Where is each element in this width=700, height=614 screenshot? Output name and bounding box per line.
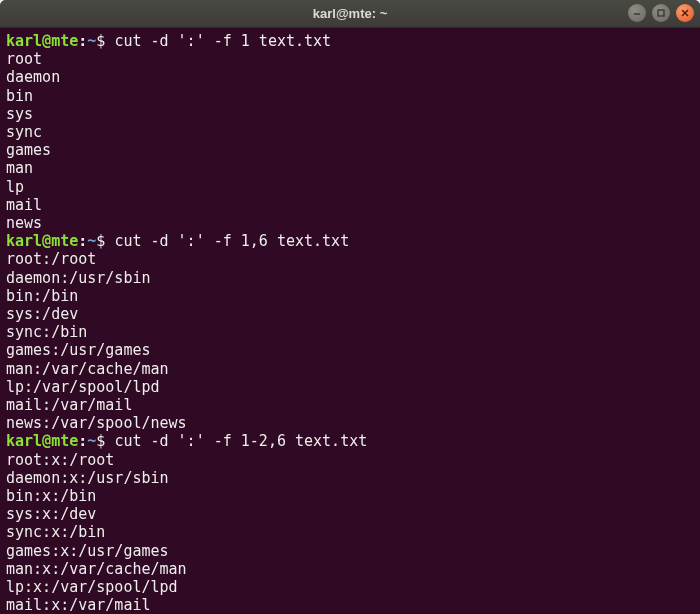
output-line: man:x:/var/cache/man	[6, 560, 694, 578]
prompt-userhost: karl@mte	[6, 232, 78, 250]
titlebar[interactable]: karl@mte: ~	[0, 0, 700, 28]
prompt-separator: :	[78, 432, 87, 450]
close-icon	[680, 8, 690, 18]
terminal-window: karl@mte: ~ karl@mte:~$ cut -d ':' -f 1 …	[0, 0, 700, 614]
output-line: sync:/bin	[6, 323, 694, 341]
output-line: mail:x:/var/mail	[6, 596, 694, 614]
output-line: games:/usr/games	[6, 341, 694, 359]
minimize-icon	[632, 8, 642, 18]
output-line: sys	[6, 105, 694, 123]
output-line: daemon:x:/usr/sbin	[6, 469, 694, 487]
output-line: mail:/var/mail	[6, 396, 694, 414]
output-line: sync:x:/bin	[6, 523, 694, 541]
output-line: sys:x:/dev	[6, 505, 694, 523]
output-line: sys:/dev	[6, 305, 694, 323]
prompt-line: karl@mte:~$ cut -d ':' -f 1,6 text.txt	[6, 232, 694, 250]
output-line: man	[6, 159, 694, 177]
minimize-button[interactable]	[628, 4, 646, 22]
output-line: lp:/var/spool/lpd	[6, 378, 694, 396]
output-line: man:/var/cache/man	[6, 360, 694, 378]
window-title: karl@mte: ~	[0, 6, 700, 21]
output-line: bin	[6, 87, 694, 105]
window-controls	[628, 4, 694, 22]
output-line: news:/var/spool/news	[6, 414, 694, 432]
output-line: lp:x:/var/spool/lpd	[6, 578, 694, 596]
output-line: bin:x:/bin	[6, 487, 694, 505]
output-line: games	[6, 141, 694, 159]
command-text: cut -d ':' -f 1 text.txt	[114, 32, 331, 50]
prompt-line: karl@mte:~$ cut -d ':' -f 1 text.txt	[6, 32, 694, 50]
output-line: daemon	[6, 68, 694, 86]
prompt-path: ~	[87, 432, 96, 450]
output-line: games:x:/usr/games	[6, 542, 694, 560]
output-line: root:x:/root	[6, 451, 694, 469]
prompt-line: karl@mte:~$ cut -d ':' -f 1-2,6 text.txt	[6, 432, 694, 450]
prompt-separator: :	[78, 232, 87, 250]
terminal-body[interactable]: karl@mte:~$ cut -d ':' -f 1 text.txtroot…	[0, 28, 700, 614]
output-line: daemon:/usr/sbin	[6, 269, 694, 287]
command-text: cut -d ':' -f 1,6 text.txt	[114, 232, 349, 250]
maximize-icon	[656, 8, 666, 18]
output-line: root:/root	[6, 250, 694, 268]
maximize-button[interactable]	[652, 4, 670, 22]
prompt-separator: :	[78, 32, 87, 50]
output-line: root	[6, 50, 694, 68]
prompt-path: ~	[87, 32, 96, 50]
prompt-userhost: karl@mte	[6, 432, 78, 450]
svg-rect-1	[658, 10, 664, 16]
command-text: cut -d ':' -f 1-2,6 text.txt	[114, 432, 367, 450]
prompt-symbol: $	[96, 32, 114, 50]
output-line: news	[6, 214, 694, 232]
output-line: bin:/bin	[6, 287, 694, 305]
prompt-symbol: $	[96, 432, 114, 450]
output-line: mail	[6, 196, 694, 214]
output-line: lp	[6, 178, 694, 196]
prompt-symbol: $	[96, 232, 114, 250]
prompt-userhost: karl@mte	[6, 32, 78, 50]
close-button[interactable]	[676, 4, 694, 22]
output-line: sync	[6, 123, 694, 141]
prompt-path: ~	[87, 232, 96, 250]
